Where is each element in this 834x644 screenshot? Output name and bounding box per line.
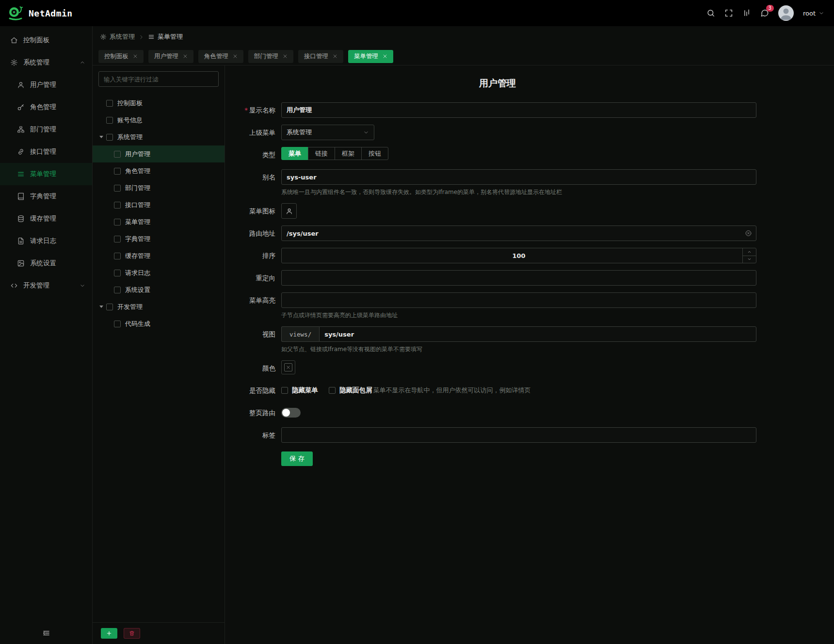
route-input[interactable] bbox=[281, 225, 756, 241]
view-input[interactable] bbox=[319, 326, 756, 342]
type-option-link[interactable]: 链接 bbox=[308, 147, 335, 160]
chevron-down-icon bbox=[80, 283, 85, 289]
hide-breadcrumb-checkbox[interactable] bbox=[329, 387, 336, 394]
spinner-up-icon[interactable] bbox=[743, 248, 756, 256]
checkbox[interactable] bbox=[114, 270, 121, 276]
redirect-input[interactable] bbox=[281, 270, 756, 286]
sidebar-group-system[interactable]: 系统管理 bbox=[0, 51, 92, 74]
tab-apis[interactable]: 接口管理 bbox=[298, 50, 343, 63]
checkbox[interactable] bbox=[114, 151, 121, 158]
sidebar-group-label: 开发管理 bbox=[23, 281, 49, 290]
alias-input[interactable] bbox=[281, 169, 756, 185]
type-option-menu[interactable]: 菜单 bbox=[281, 147, 308, 160]
tree-node-codegen[interactable]: 代码生成 bbox=[93, 315, 225, 332]
tab-roles[interactable]: 角色管理 bbox=[198, 50, 243, 63]
sidebar-item-departments[interactable]: 部门管理 bbox=[0, 118, 92, 141]
color-picker-button[interactable] bbox=[281, 360, 295, 374]
tree-node-logs[interactable]: 请求日志 bbox=[93, 264, 225, 281]
checkbox[interactable] bbox=[114, 287, 121, 293]
sidebar-item-roles[interactable]: 角色管理 bbox=[0, 96, 92, 118]
tree-node-account[interactable]: 账号信息 bbox=[93, 112, 225, 129]
highlight-input[interactable] bbox=[281, 292, 756, 308]
menu-icon-button[interactable] bbox=[281, 203, 297, 219]
checkbox[interactable] bbox=[114, 253, 121, 259]
avatar[interactable] bbox=[778, 5, 794, 21]
close-icon[interactable] bbox=[383, 54, 387, 59]
tree-node-departments[interactable]: 部门管理 bbox=[93, 179, 225, 196]
checkbox[interactable] bbox=[106, 117, 113, 124]
hide-menu-checkbox[interactable] bbox=[281, 387, 288, 394]
caret-down-icon[interactable] bbox=[99, 306, 103, 308]
tree-parent-system[interactable]: 系统管理 bbox=[93, 129, 225, 145]
tab-dashboard[interactable]: 控制面板 bbox=[98, 50, 144, 63]
sidebar-footer bbox=[0, 622, 92, 644]
breadcrumb-label: 系统管理 bbox=[110, 32, 135, 41]
checkbox[interactable] bbox=[114, 202, 121, 209]
fullpage-label: 整页路由 bbox=[239, 405, 275, 420]
tag-input[interactable] bbox=[281, 427, 756, 443]
save-button[interactable]: 保 存 bbox=[281, 451, 313, 466]
fullscreen-icon[interactable] bbox=[724, 9, 733, 17]
tab-departments[interactable]: 部门管理 bbox=[248, 50, 293, 63]
close-icon[interactable] bbox=[283, 54, 288, 59]
tree-node-settings[interactable]: 系统设置 bbox=[93, 281, 225, 298]
fullpage-toggle[interactable] bbox=[281, 408, 301, 418]
sidebar-item-apis[interactable]: 接口管理 bbox=[0, 141, 92, 163]
close-icon[interactable] bbox=[233, 54, 238, 59]
spinner-down-icon[interactable] bbox=[743, 256, 756, 263]
tree-node-dicts[interactable]: 字典管理 bbox=[93, 230, 225, 247]
tree-node-cache[interactable]: 缓存管理 bbox=[93, 247, 225, 264]
close-icon[interactable] bbox=[183, 54, 188, 59]
sidebar-item-menus[interactable]: 菜单管理 bbox=[0, 163, 92, 185]
columns-icon[interactable] bbox=[742, 9, 751, 17]
brand[interactable]: NetAdmin bbox=[7, 4, 73, 22]
checkbox[interactable] bbox=[106, 100, 113, 107]
sidebar-item-dashboard[interactable]: 控制面板 bbox=[0, 29, 92, 51]
checkbox[interactable] bbox=[114, 219, 121, 225]
tree-node-users[interactable]: 用户管理 bbox=[93, 145, 225, 162]
chevron-down-icon bbox=[818, 10, 824, 16]
sidebar-group-dev[interactable]: 开发管理 bbox=[0, 274, 92, 297]
tree-parent-dev[interactable]: 开发管理 bbox=[93, 298, 225, 315]
tree-node-dashboard[interactable]: 控制面板 bbox=[93, 95, 225, 112]
checkbox[interactable] bbox=[114, 185, 121, 192]
search-icon[interactable] bbox=[706, 9, 715, 17]
highlight-label: 菜单高亮 bbox=[239, 292, 275, 308]
username: root bbox=[803, 10, 816, 17]
user-menu[interactable]: root bbox=[803, 10, 824, 17]
tree-node-menus[interactable]: 菜单管理 bbox=[93, 213, 225, 230]
checkbox[interactable] bbox=[114, 236, 121, 242]
sort-input[interactable] bbox=[281, 248, 756, 263]
tree-filter-input[interactable] bbox=[98, 71, 219, 87]
tree-node-label: 用户管理 bbox=[125, 150, 150, 159]
close-icon[interactable] bbox=[133, 54, 138, 59]
tab-menus[interactable]: 菜单管理 bbox=[348, 50, 393, 63]
sidebar-item-logs[interactable]: 请求日志 bbox=[0, 230, 92, 252]
tree-node-roles[interactable]: 角色管理 bbox=[93, 162, 225, 179]
type-option-button[interactable]: 按钮 bbox=[361, 147, 388, 160]
sidebar-item-users[interactable]: 用户管理 bbox=[0, 74, 92, 96]
close-icon[interactable] bbox=[333, 54, 337, 59]
tree-node-apis[interactable]: 接口管理 bbox=[93, 196, 225, 213]
type-option-iframe[interactable]: 框架 bbox=[335, 147, 362, 160]
checkbox[interactable] bbox=[114, 168, 121, 175]
view-label: 视图 bbox=[239, 326, 275, 342]
message-icon[interactable]: 3 bbox=[760, 9, 769, 17]
add-menu-button[interactable] bbox=[101, 628, 117, 639]
checkbox[interactable] bbox=[114, 321, 121, 327]
sidebar-item-cache[interactable]: 缓存管理 bbox=[0, 208, 92, 230]
sidebar-item-dicts[interactable]: 字典管理 bbox=[0, 185, 92, 208]
display-name-input[interactable] bbox=[281, 102, 756, 118]
checkbox[interactable] bbox=[106, 304, 113, 310]
app-root: NetAdmin 3 root bbox=[0, 0, 834, 644]
collapse-sidebar-icon[interactable] bbox=[42, 629, 50, 637]
clear-circle-icon[interactable] bbox=[745, 230, 752, 237]
parent-menu-select[interactable]: 系统管理 bbox=[281, 125, 374, 140]
sidebar-item-settings[interactable]: 系统设置 bbox=[0, 252, 92, 274]
caret-down-icon[interactable] bbox=[99, 136, 103, 138]
checkbox[interactable] bbox=[106, 134, 113, 141]
tab-users[interactable]: 用户管理 bbox=[148, 50, 193, 63]
breadcrumb-item-system[interactable]: 系统管理 bbox=[100, 32, 135, 41]
breadcrumb-item-menus[interactable]: 菜单管理 bbox=[148, 32, 183, 41]
delete-menu-button[interactable] bbox=[124, 628, 140, 639]
